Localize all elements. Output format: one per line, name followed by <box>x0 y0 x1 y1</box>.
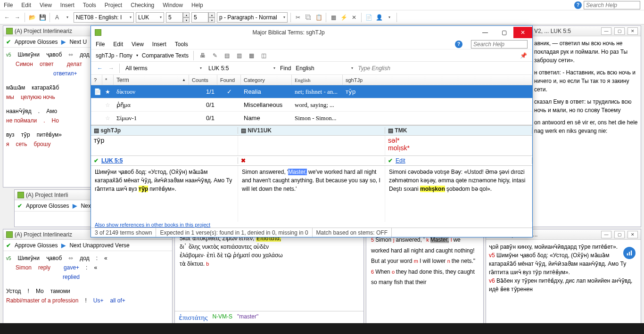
check-icon: ✔ <box>6 39 11 45</box>
close-button[interactable]: ✕ <box>627 27 638 35</box>
help-icon[interactable]: ? <box>455 41 462 48</box>
minimize-button[interactable]: — <box>476 27 495 38</box>
modal-menu-file[interactable]: File <box>96 41 105 48</box>
project-dropdown[interactable]: NET08 - English: I <box>74 12 134 23</box>
menu-tools[interactable]: Tools <box>83 2 96 8</box>
tool1-icon[interactable]: ▦ <box>329 13 338 22</box>
col-question[interactable]: ? <box>91 75 102 85</box>
approve-glosses-button[interactable]: Approve Glosses <box>26 203 69 209</box>
table-row[interactable]: ☆ Σίμων-1 0/1 Name Simon - Simon... <box>91 112 532 125</box>
taskbar[interactable] <box>0 323 644 334</box>
verse-spinner[interactable]: ▴▾ <box>191 12 215 23</box>
render-cell-niv[interactable] <box>238 136 385 155</box>
find-input[interactable] <box>358 65 452 72</box>
maximize-button[interactable]: ▢ <box>614 27 625 35</box>
next-unapproved-button[interactable]: Next U <box>69 39 87 45</box>
nav-fwd-icon[interactable]: → <box>13 13 22 22</box>
comparative-texts-button[interactable]: Comparative Texts <box>142 52 189 59</box>
edit-icon[interactable]: ✎ <box>211 51 219 60</box>
language-dropdown[interactable]: English <box>294 63 355 73</box>
col-english[interactable]: English <box>292 75 343 85</box>
col-counts[interactable]: Counts <box>189 75 217 85</box>
panel-target-text: LUK 5:5 (David H... — ▢ ✕ ҷой равӯн кинх… <box>486 229 641 324</box>
verse-input[interactable] <box>191 12 208 23</box>
columns-icon[interactable]: ◫ <box>260 51 268 60</box>
help-icon[interactable]: ? <box>574 1 582 9</box>
also-show-refs-link[interactable]: Also show references in other books in t… <box>91 222 532 228</box>
verse-up[interactable]: ▴ <box>208 12 215 17</box>
nav-back-icon[interactable]: ← <box>3 13 11 22</box>
menu-view[interactable]: View <box>40 2 52 8</box>
project-icon <box>95 29 101 36</box>
print-icon[interactable]: 🖶 <box>198 51 207 60</box>
verse-reference-link[interactable]: LUK 5:5 <box>101 157 123 164</box>
open-icon[interactable]: 📂 <box>28 13 36 22</box>
nav-fwd-icon[interactable]: → <box>107 64 116 73</box>
menu-edit[interactable]: Edit <box>21 2 31 8</box>
maximize-button[interactable]: ▢ <box>614 231 625 238</box>
tool4-icon[interactable]: 📄 <box>364 13 373 22</box>
copy-icon[interactable]: ⿻ <box>304 13 313 22</box>
close-button[interactable]: ✕ <box>627 231 638 238</box>
project-icon <box>6 231 13 238</box>
col-term[interactable]: Term ▲ <box>114 75 189 85</box>
modal-menu-tools[interactable]: Tools <box>175 41 188 48</box>
next-unapproved-button[interactable]: Next Unapproved Verse <box>69 242 129 249</box>
modal-menu-view[interactable]: View <box>132 41 144 48</box>
x-icon: ✖ <box>241 157 246 164</box>
approve-glosses-button[interactable]: Approve Glosses <box>15 242 58 249</box>
panel-interlinear-bottom: (A) Project Interlineariz ✔Approve Gloss… <box>3 229 173 324</box>
chapter-up[interactable]: ▴ <box>183 12 190 17</box>
find-label: Find <box>280 65 291 72</box>
menu-project[interactable]: Project <box>105 2 122 8</box>
minimize-button[interactable]: — <box>601 231 611 238</box>
menu-insert[interactable]: Insert <box>60 2 74 8</box>
modal-menu-edit[interactable]: Edit <box>113 41 123 48</box>
menu-checking[interactable]: Checking <box>131 2 154 8</box>
minimize-button[interactable]: — <box>601 27 611 35</box>
text-a-icon[interactable]: A <box>53 13 61 22</box>
panel-title: (A) Project Interli <box>26 192 68 198</box>
close-button[interactable]: ✕ <box>513 27 532 38</box>
col-sghtjp[interactable]: sghTJp <box>343 75 532 85</box>
render-cell-tmk[interactable]: səl* molı̣sk* <box>385 136 532 155</box>
menu-file[interactable]: File <box>4 2 13 8</box>
approve-glosses-button[interactable]: Approve Glosses <box>15 39 58 45</box>
style-dropdown[interactable]: p - Paragraph - Normal <box>217 12 288 23</box>
menu-help[interactable]: Help <box>191 2 203 8</box>
col-category[interactable]: Category <box>241 75 292 85</box>
table-row[interactable]: ☆ ῥῆμα 0/1 Miscellaneous word, saying; .… <box>91 98 532 112</box>
book-dropdown[interactable]: LUK <box>136 12 164 23</box>
cut-icon[interactable]: ✂ <box>294 13 302 22</box>
reference-dropdown[interactable]: LUK 5:5 <box>206 63 277 73</box>
project-icon <box>17 192 24 198</box>
edit-link[interactable]: Edit <box>396 157 405 164</box>
pin-icon[interactable]: 📌 <box>519 51 528 60</box>
maximize-button[interactable]: ▢ <box>495 27 513 38</box>
chapter-spinner[interactable]: ▴▾ <box>166 12 190 23</box>
verse-down[interactable]: ▾ <box>208 17 215 23</box>
menu-window[interactable]: Window <box>163 2 183 8</box>
morph-code: N-VM-S <box>212 313 232 322</box>
save-icon[interactable]: 💾 <box>38 13 47 22</box>
chart-fab-icon[interactable] <box>623 247 636 259</box>
modal-search-input[interactable] <box>471 40 528 49</box>
layout-icon[interactable]: ▦ <box>248 51 256 60</box>
sheet-icon[interactable]: ▤ <box>223 51 231 60</box>
chapter-input[interactable] <box>166 12 183 23</box>
paste-icon[interactable]: 📋 <box>314 13 323 22</box>
table-row[interactable]: 📄★ δίκτυον 1/1 ✓ Realia net; fishnet - a… <box>91 85 532 98</box>
tool2-icon[interactable]: ⚡ <box>339 13 348 22</box>
chapter-down[interactable]: ▾ <box>183 17 190 23</box>
search-help-input[interactable] <box>584 1 640 9</box>
tool3-icon[interactable]: ✕ <box>350 13 358 22</box>
render-cell-sgh[interactable]: тӯр <box>91 136 238 155</box>
modal-menu-insert[interactable]: Insert <box>152 41 166 48</box>
nav-back-icon[interactable]: ← <box>96 64 104 73</box>
modal-project-dropdown[interactable]: sghTJp - Попу <box>96 52 132 59</box>
col-found[interactable]: Found <box>217 75 241 85</box>
filter-dropdown[interactable]: All terms <box>124 63 204 73</box>
user-icon[interactable]: 👤 <box>375 13 383 22</box>
chart-icon[interactable]: ▥ <box>235 51 244 60</box>
col-star[interactable]: * <box>102 75 114 85</box>
